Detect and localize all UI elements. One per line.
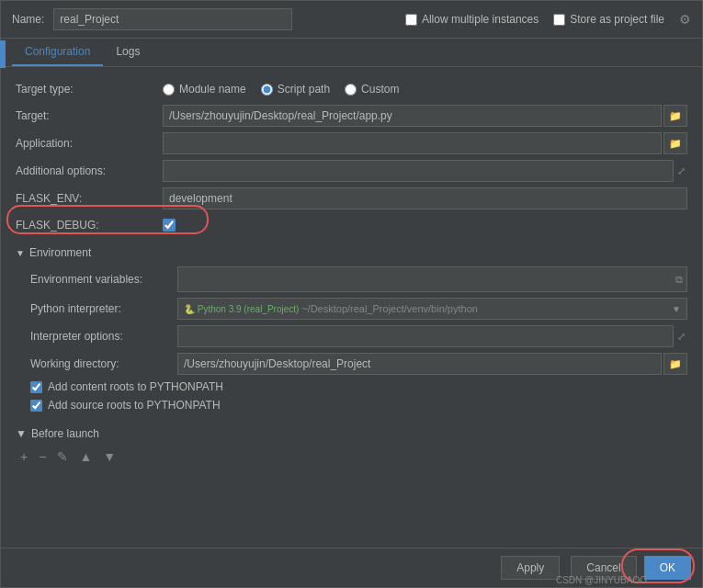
interpreter-options-label: Interpreter options: [30,330,177,343]
interpreter-options-row: Interpreter options: ⤢ [30,322,687,350]
allow-multiple-instances-checkbox[interactable] [405,14,417,26]
additional-options-field-group: ⤢ [163,160,687,182]
flask-env-input[interactable] [163,187,687,209]
environment-inner: Environment variables: ⧉ Python interpre… [16,264,687,414]
working-directory-field-group: 📁 [177,353,687,375]
before-launch-add-btn[interactable]: + [16,447,32,466]
python-interpreter-label: Python interpreter: [30,302,177,315]
flask-env-field-group [163,187,687,209]
expand-icon[interactable]: ⤢ [675,164,687,179]
interpreter-options-input[interactable] [177,325,674,347]
target-row: Target: 📁 [16,102,687,130]
add-content-roots-row: Add content roots to PYTHONPATH [30,378,687,396]
tab-configuration[interactable]: Configuration [12,39,103,66]
env-vars-box[interactable]: ⧉ [177,266,687,292]
interpreter-expand-icon[interactable]: ⤢ [675,329,687,345]
add-source-roots-row: Add source roots to PYTHONPATH [30,396,687,414]
header-bar: Name: Allow multiple instances Store as … [1,1,702,39]
left-accent-bar [0,40,6,68]
additional-options-input[interactable] [163,160,674,182]
custom-radio[interactable] [345,84,357,96]
before-launch-header[interactable]: ▼ Before launch [16,424,687,444]
tab-logs[interactable]: Logs [103,39,153,66]
additional-options-label: Additional options: [16,164,163,177]
application-browse-btn[interactable]: 📁 [663,132,687,154]
footer-bar: Apply Cancel OK CSDN @JINYUBAOO [1,548,702,587]
run-configuration-dialog: Name: Allow multiple instances Store as … [0,0,703,588]
flask-debug-row: FLASK_DEBUG: [16,212,687,238]
form-section: Target type: Module name Script path Cus… [16,76,687,469]
environment-section-header[interactable]: ▼ Environment [16,242,687,264]
environment-chevron-icon: ▼ [16,248,25,258]
env-vars-copy-icon[interactable]: ⧉ [675,274,683,286]
before-launch-section: ▼ Before launch + − ✎ ▲ ▼ [16,424,687,469]
environment-section: ▼ Environment Environment variables: ⧉ [16,242,687,414]
flask-env-label: FLASK_ENV: [16,192,163,205]
env-vars-label: Environment variables: [30,273,177,286]
python-interpreter-select[interactable]: 🐍 Python 3.9 (real_Project) ~/Desktop/re… [177,298,687,320]
working-directory-label: Working directory: [30,357,177,370]
before-launch-up-btn[interactable]: ▲ [74,447,96,466]
target-browse-btn[interactable]: 📁 [663,105,687,127]
allow-multiple-instances-label[interactable]: Allow multiple instances [405,13,539,26]
target-label: Target: [16,109,163,122]
apply-button[interactable]: Apply [501,556,560,580]
flask-debug-label: FLASK_DEBUG: [16,219,163,232]
watermark-text: CSDN @JINYUBAOO [556,575,647,585]
script-path-radio[interactable] [261,84,273,96]
before-launch-label: Before launch [31,427,99,440]
application-input[interactable] [163,132,662,154]
tabs-bar: Configuration Logs [1,39,702,67]
python-interpreter-value: 🐍 Python 3.9 (real_Project) ~/Desktop/re… [184,303,478,314]
add-source-roots-label: Add source roots to PYTHONPATH [48,399,221,412]
flask-debug-checkbox[interactable] [163,219,176,232]
before-launch-remove-btn[interactable]: − [34,447,51,466]
target-type-options: Module name Script path Custom [163,83,687,96]
env-vars-field-group: ⧉ [177,266,687,292]
working-directory-browse-btn[interactable]: 📁 [663,353,687,375]
environment-label: Environment [29,246,91,259]
target-type-label: Target type: [16,83,163,96]
custom-option[interactable]: Custom [345,83,399,96]
store-as-project-file-checkbox[interactable] [553,14,565,26]
interpreter-options-field-group: ⤢ [177,325,687,347]
name-label: Name: [12,13,44,26]
target-input[interactable] [163,105,662,127]
python-interpreter-field-group: 🐍 Python 3.9 (real_Project) ~/Desktop/re… [177,298,687,320]
target-type-row: Target type: Module name Script path Cus… [16,76,687,102]
application-row: Application: 📁 [16,130,687,157]
script-path-option[interactable]: Script path [261,83,330,96]
application-field-group: 📁 [163,132,687,154]
working-directory-row: Working directory: 📁 [30,350,687,378]
before-launch-toolbar: + − ✎ ▲ ▼ [16,444,687,469]
add-content-roots-label: Add content roots to PYTHONPATH [48,380,223,393]
working-directory-input[interactable] [177,353,662,375]
interpreter-dropdown-icon: ▼ [672,304,681,314]
module-name-option[interactable]: Module name [163,83,246,96]
application-label: Application: [16,137,163,150]
name-input[interactable] [53,8,292,30]
header-options: Allow multiple instances Store as projec… [405,12,691,27]
store-as-project-file-label[interactable]: Store as project file [553,13,664,26]
before-launch-down-btn[interactable]: ▼ [98,447,120,466]
ok-button[interactable]: OK [644,556,691,580]
before-launch-chevron-icon: ▼ [16,427,27,440]
env-vars-row: Environment variables: ⧉ [30,264,687,295]
target-field-group: 📁 [163,105,687,127]
before-launch-edit-btn[interactable]: ✎ [52,447,73,466]
module-name-radio[interactable] [163,84,175,96]
flask-debug-field-group [163,219,687,232]
add-source-roots-checkbox[interactable] [30,400,42,412]
content-area: Target type: Module name Script path Cus… [1,67,702,548]
gear-icon[interactable]: ⚙ [679,12,691,27]
flask-env-row: FLASK_ENV: [16,185,687,212]
add-content-roots-checkbox[interactable] [30,381,42,393]
python-interpreter-row: Python interpreter: 🐍 Python 3.9 (real_P… [30,295,687,322]
additional-options-row: Additional options: ⤢ [16,157,687,185]
